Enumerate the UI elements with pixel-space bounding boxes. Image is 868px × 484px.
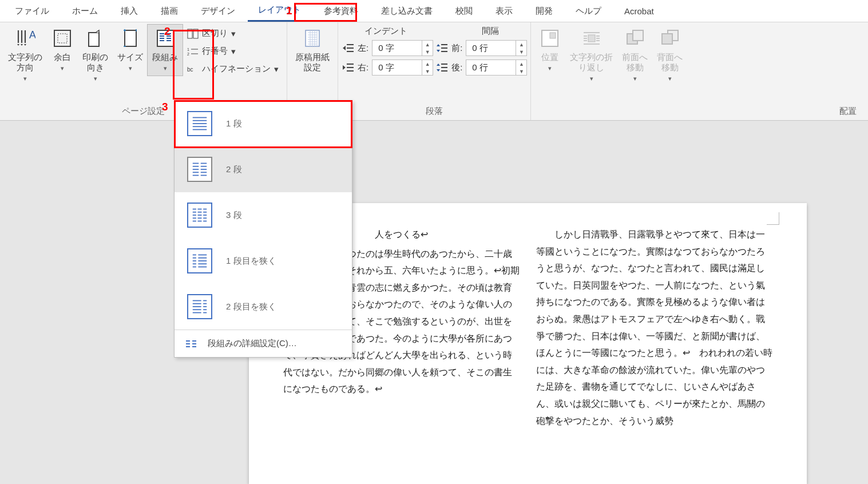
chevron-down-icon: ▾ [129,65,132,72]
spin-down-icon[interactable]: ▼ [516,68,526,75]
columns-option-2-label: 2 段 [226,164,242,175]
chevron-down-icon: ▾ [231,29,236,39]
spin-down-icon[interactable]: ▼ [422,48,433,55]
tab-mailings[interactable]: 差し込み文書 [371,1,443,21]
columns-more-icon [185,339,197,348]
svg-rect-1 [54,30,70,46]
columns-2-icon [187,157,212,182]
spacing-before-input[interactable]: 0 行▲▼ [466,40,527,56]
columns-option-3-label: 3 段 [226,210,242,221]
text-wrap-label: 文字列の折り返し [570,52,613,73]
group-label-arrange: 配置 [534,104,865,120]
spacing-after-label: 後: [451,62,462,73]
send-backward-icon [660,28,680,49]
chevron-down-icon: ▾ [274,64,279,74]
tab-design[interactable]: デザイン [191,1,245,21]
columns-option-right-narrow-label: 2 段目を狭く [226,301,276,312]
indent-right-input[interactable]: 0 字▲▼ [372,59,433,76]
callout-3-box [174,100,352,148]
chevron-down-icon: ▾ [94,75,97,82]
spacing-after-input[interactable]: 0 行▲▼ [466,59,527,76]
tab-developer[interactable]: 開発 [525,1,563,21]
columns-option-right-narrow[interactable]: 2 段目を狭く [175,284,352,330]
tab-help[interactable]: ヘルプ [565,1,612,21]
document-column-2[interactable]: しかし日清戰爭、日露戰爭とやつて來て、日本は一等國ということになつた。實際はなつ… [536,226,773,429]
orientation-icon [85,28,106,49]
columns-option-3[interactable]: 3 段 [175,192,352,238]
tab-acrobat[interactable]: Acrobat [614,2,664,21]
spin-down-icon[interactable]: ▼ [422,68,433,75]
spacing-after-icon [435,62,448,73]
svg-text:A: A [29,29,35,41]
send-backward-button[interactable]: 背面へ移動▾ [652,25,687,86]
bring-forward-button[interactable]: 前面へ移動▾ [617,25,652,86]
send-backward-label: 背面へ移動 [657,52,683,73]
page-corner-marker [767,212,779,225]
tab-review[interactable]: 校閲 [445,1,483,21]
spin-up-icon[interactable]: ▲ [516,60,526,68]
ribbon: A 文字列の方向▾ 余白▾ 印刷の向き▾ サイズ▾ 段組み▾ [0,22,868,121]
svg-rect-36 [588,35,595,42]
tab-file[interactable]: ファイル [5,1,60,21]
tab-insert[interactable]: 挿入 [110,1,148,21]
genko-icon [302,28,323,49]
spacing-after-value: 0 行 [466,61,516,75]
size-button[interactable]: サイズ▾ [113,25,148,76]
text-direction-label: 文字列の方向 [8,52,42,73]
callout-1: 1 [286,5,292,17]
spin-up-icon[interactable]: ▲ [516,41,526,48]
text-wrap-icon [581,28,602,49]
callout-1-box [294,3,357,22]
position-button[interactable]: 位置▾ [534,25,565,76]
genko-label: 原稿用紙設定 [295,52,330,73]
tab-strip: ファイル ホーム 挿入 描画 デザイン レイアウト 参考資料 差し込み文書 校閲… [0,0,868,22]
position-icon [540,28,560,49]
svg-rect-2 [58,34,67,43]
spacing-before-value: 0 行 [466,41,516,55]
indent-heading: インデント [364,26,407,37]
columns-right-narrow-icon [187,294,212,319]
size-icon [120,28,141,49]
group-arrange: 位置▾ 文字列の折り返し▾ 前面へ移動▾ 背面へ移動▾ 配置 [531,22,868,120]
callout-2: 2 [164,25,171,38]
chevron-down-icon: ▾ [633,75,637,82]
callout-2-box [173,30,214,100]
indent-left-value: 0 字 [372,41,422,55]
orientation-label: 印刷の向き [82,52,108,73]
chevron-down-icon: ▾ [164,65,167,72]
group-paragraph: インデント 間隔 左: 0 字▲▼ 前: 0 行▲▼ 右: [338,22,531,120]
margins-button[interactable]: 余白▾ [47,25,78,76]
spin-up-icon[interactable]: ▲ [422,60,433,68]
text-direction-icon: A [15,28,35,49]
tab-draw[interactable]: 描画 [150,1,188,21]
chevron-down-icon: ▾ [23,75,27,82]
columns-option-2[interactable]: 2 段 [175,146,352,192]
spacing-before-icon [435,43,448,53]
size-label: サイズ [117,52,143,62]
svg-rect-4 [125,30,136,46]
tab-view[interactable]: 表示 [485,1,523,21]
columns-3-icon [187,203,212,228]
text-wrap-button[interactable]: 文字列の折り返し▾ [565,25,617,86]
spin-up-icon[interactable]: ▲ [422,41,433,48]
orientation-button[interactable]: 印刷の向き▾ [78,25,113,86]
text-direction-button[interactable]: A 文字列の方向▾ [3,25,47,86]
spacing-before-label: 前: [451,43,462,54]
position-label: 位置 [541,52,558,62]
indent-right-icon [342,62,354,73]
indent-right-label: 右: [358,62,368,73]
columns-left-narrow-icon [187,248,212,273]
genko-button[interactable]: 原稿用紙設定 [291,25,334,76]
indent-right-value: 0 字 [372,61,422,75]
spin-down-icon[interactable]: ▼ [516,48,526,55]
svg-rect-35 [550,33,556,38]
indent-left-input[interactable]: 0 字▲▼ [372,40,433,56]
columns-option-left-narrow[interactable]: 1 段目を狭く [175,238,352,284]
bring-forward-icon [625,28,645,49]
tab-home[interactable]: ホーム [62,1,108,21]
columns-more-options[interactable]: 段組みの詳細設定(C)… [175,330,352,357]
indent-left-label: 左: [358,43,368,54]
svg-rect-38 [633,30,643,41]
svg-rect-40 [662,34,672,44]
chevron-down-icon: ▾ [61,65,64,72]
